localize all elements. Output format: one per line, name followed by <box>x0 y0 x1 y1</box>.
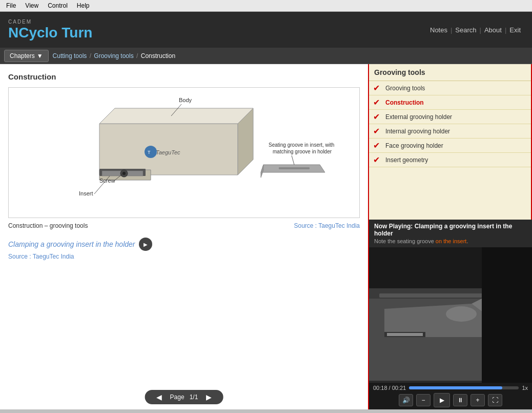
toc-check-icon: ✔ <box>373 83 381 93</box>
svg-text:T: T <box>148 150 151 155</box>
nav-exit[interactable]: Exit <box>506 26 524 34</box>
volume-button[interactable]: 🔊 <box>399 394 413 406</box>
progress-track[interactable] <box>409 386 519 389</box>
chapters-button[interactable]: Chapters ▼ <box>4 50 49 62</box>
pause-button[interactable]: ⏸ <box>453 394 467 406</box>
nav-about[interactable]: About <box>481 26 505 34</box>
now-playing-description: Note the seating groove on the insert. <box>374 238 527 244</box>
menu-file[interactable]: File <box>2 1 20 10</box>
nav-notes[interactable]: Notes <box>427 26 451 34</box>
video-play-icon[interactable]: ▶ <box>139 238 152 251</box>
toc-check-icon: ✔ <box>373 126 381 136</box>
menu-control[interactable]: Control <box>44 1 72 10</box>
toc-item-label: Grooving tools <box>385 85 425 92</box>
toc-item-construction[interactable]: ✔ Construction <box>369 95 531 110</box>
toc-item-label: Internal grooving holder <box>385 128 450 135</box>
toc-check-icon: ✔ <box>373 155 381 165</box>
page-title: Construction <box>8 72 360 81</box>
breadcrumb: Cutting tools / Grooving tools / Constru… <box>53 52 176 60</box>
svg-marker-15 <box>261 165 263 178</box>
svg-point-29 <box>446 306 477 322</box>
now-playing-label: Now Playing: <box>374 223 413 230</box>
toc-item-label: Construction <box>385 99 424 106</box>
nav-search[interactable]: Search <box>452 26 479 34</box>
header-nav: Notes | Search | About | Exit <box>427 26 524 34</box>
breadcrumb-cutting-tools[interactable]: Cutting tools <box>53 52 87 60</box>
toc-item-label: Insert geometry <box>385 156 428 164</box>
chapters-label: Chapters <box>10 52 35 60</box>
diagram-svg: TaeguTec T Body Screw Insert Seati <box>14 93 354 211</box>
holder-body: TaeguTec T <box>99 108 253 180</box>
control-buttons: 🔊 − ▶ ⏸ + ⛶ <box>373 393 528 407</box>
toc-item-internal[interactable]: ✔ Internal grooving holder <box>369 124 531 139</box>
toc-item-face[interactable]: ✔ Face grooving holder <box>369 139 531 153</box>
video-link-text[interactable]: Clamping a grooving insert in the holder <box>8 240 135 248</box>
toolbar: Chapters ▼ Cutting tools / Grooving tool… <box>0 48 532 64</box>
label-body: Body <box>179 97 192 103</box>
svg-rect-16 <box>279 167 310 169</box>
video-viewport <box>369 247 532 383</box>
toc-check-icon: ✔ <box>373 112 381 122</box>
svg-text:Seating groove in insert, with: Seating groove in insert, with <box>269 142 334 148</box>
main-layout: Construction <box>0 64 532 409</box>
toc-panel: Grooving tools ✔ Grooving tools ✔ Constr… <box>369 64 532 220</box>
svg-line-19 <box>292 155 294 165</box>
toc-item-external[interactable]: ✔ External grooving holder <box>369 110 531 124</box>
menu-view[interactable]: View <box>21 1 43 10</box>
chevron-down-icon: ▼ <box>37 52 43 60</box>
fullscreen-button[interactable]: ⛶ <box>488 394 502 406</box>
label-insert: Insert <box>79 190 93 196</box>
now-playing-title: Now Playing: Clamping a grooving insert … <box>374 223 527 237</box>
toc-item-insert-geometry[interactable]: ✔ Insert geometry <box>369 153 531 167</box>
diagram-caption: Construction – grooving tools Source : T… <box>8 222 360 229</box>
right-panel: Grooving tools ✔ Grooving tools ✔ Constr… <box>368 64 532 409</box>
video-controls: 00:18 / 00:21 1x 🔊 − ▶ ⏸ + ⛶ <box>369 383 532 409</box>
svg-point-7 <box>122 172 126 175</box>
menubar: File View Control Help <box>0 0 532 12</box>
caption-text: Construction – grooving tools <box>8 222 88 229</box>
toc-title: Grooving tools <box>369 64 531 81</box>
app-title: NCyclo Turn <box>8 25 92 41</box>
svg-text:TaeguTec: TaeguTec <box>156 149 180 155</box>
toc-check-icon: ✔ <box>373 97 381 107</box>
fast-forward-button[interactable]: + <box>470 394 485 406</box>
speed-display: 1x <box>522 385 528 391</box>
progress-fill <box>409 386 502 389</box>
svg-marker-1 <box>99 108 253 124</box>
menu-help[interactable]: Help <box>73 1 94 10</box>
rewind-button[interactable]: − <box>416 394 431 406</box>
svg-text:matching groove in holder: matching groove in holder <box>273 149 332 154</box>
toc-check-icon: ✔ <box>373 141 381 150</box>
page-nav: ◀ Page 1/1 ▶ <box>145 390 223 404</box>
now-playing-bar: Now Playing: Clamping a grooving insert … <box>369 220 532 247</box>
label-screw: Screw <box>99 178 115 184</box>
video-frame <box>369 247 532 383</box>
page-label: Page 1/1 <box>170 394 198 401</box>
svg-rect-28 <box>387 333 423 336</box>
diagram-source: Source : TaeguTec India <box>294 222 360 229</box>
toc-item-grooving-tools[interactable]: ✔ Grooving tools <box>369 81 531 95</box>
svg-rect-31 <box>482 247 532 383</box>
breadcrumb-construction: Construction <box>141 52 175 60</box>
page-prev-button[interactable]: ◀ <box>153 392 165 402</box>
video-link-area: Clamping a grooving insert in the holder… <box>8 238 360 251</box>
video-panel: Now Playing: Clamping a grooving insert … <box>369 220 532 409</box>
toc-item-label: External grooving holder <box>385 113 452 121</box>
logo-cadem: CADEM <box>8 19 92 25</box>
content-area: Construction <box>0 64 368 409</box>
diagram-container: TaeguTec T Body Screw Insert Seati <box>8 87 360 218</box>
progress-bar-container: 00:18 / 00:21 1x <box>373 385 528 391</box>
svg-point-9 <box>145 146 157 158</box>
breadcrumb-grooving-tools[interactable]: Grooving tools <box>94 52 133 60</box>
play-button[interactable]: ▶ <box>434 393 450 407</box>
header: CADEM NCyclo Turn Notes | Search | About… <box>0 12 532 48</box>
toc-item-label: Face grooving holder <box>385 142 443 149</box>
time-display: 00:18 / 00:21 <box>373 385 406 391</box>
video-source-label: Source : TaeguTec India <box>8 253 360 260</box>
page-next-button[interactable]: ▶ <box>203 392 215 402</box>
logo-area: CADEM NCyclo Turn <box>8 19 92 41</box>
